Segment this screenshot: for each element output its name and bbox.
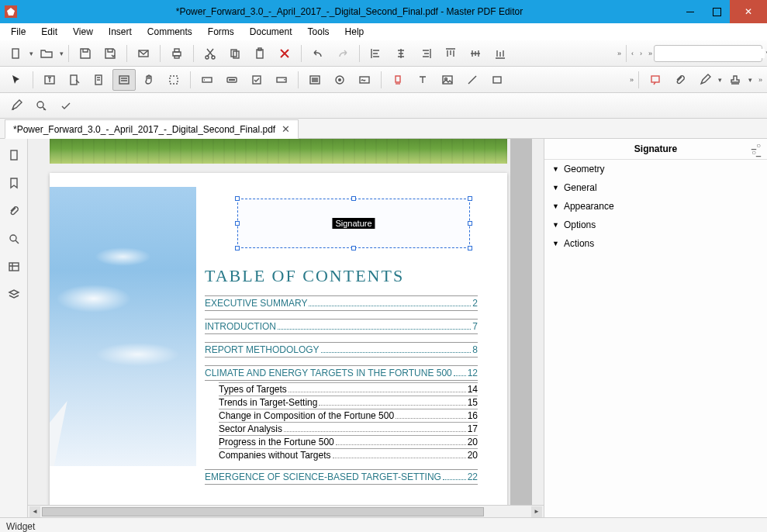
email-button[interactable]	[132, 43, 155, 64]
zoom-edit-button[interactable]	[29, 95, 53, 116]
pencil-button[interactable]	[693, 69, 717, 91]
radio-form-button[interactable]	[328, 69, 351, 91]
app-icon	[5, 5, 17, 18]
copy-button[interactable]	[223, 43, 247, 64]
resize-handle[interactable]	[468, 196, 472, 201]
attach-button[interactable]	[669, 69, 692, 91]
bookmarks-button[interactable]	[3, 171, 25, 195]
print-button[interactable]	[165, 43, 188, 64]
hand-tool[interactable]	[137, 69, 161, 91]
text-button[interactable]	[411, 69, 434, 91]
overflow-icon[interactable]: »	[758, 76, 762, 84]
close-button[interactable]	[730, 0, 767, 23]
select-tool[interactable]	[162, 69, 185, 91]
signature-field[interactable]: Signature	[237, 199, 470, 248]
minimize-button[interactable]	[677, 0, 703, 23]
edit-pencil-button[interactable]	[5, 95, 28, 116]
panel-section-options[interactable]: ▼Options	[544, 216, 767, 234]
side-toolbar	[0, 139, 28, 517]
panel-settings-icon[interactable]: ⎯○○⎯	[751, 142, 761, 156]
button-form-button[interactable]	[220, 69, 244, 91]
resize-handle[interactable]	[351, 246, 356, 250]
overflow-icon[interactable]: »	[617, 50, 621, 57]
resize-handle[interactable]	[235, 246, 240, 250]
next-icon[interactable]: ›	[640, 50, 642, 57]
edit-document-tool[interactable]	[63, 69, 86, 91]
save-button[interactable]	[74, 43, 97, 64]
align-middle-button[interactable]	[464, 43, 487, 64]
menu-tools[interactable]: Tools	[302, 25, 336, 39]
undo-button[interactable]	[306, 43, 330, 64]
document-tab[interactable]: *Power_Forward_3.0_-_April_2017_-_Digita…	[5, 119, 299, 139]
menu-comments[interactable]: Comments	[141, 25, 199, 39]
menu-edit[interactable]: Edit	[35, 25, 64, 39]
paste-button[interactable]	[248, 43, 271, 64]
dropdown-icon[interactable]: ▾	[718, 76, 722, 84]
fields-panel-button[interactable]	[3, 255, 25, 278]
checkbox-form-button[interactable]	[245, 69, 268, 91]
delete-button[interactable]	[273, 43, 296, 64]
attachments-button[interactable]	[3, 199, 25, 223]
scroll-left-icon[interactable]: ◄	[29, 506, 40, 517]
panel-section-general[interactable]: ▼General	[544, 178, 767, 197]
open-button[interactable]	[35, 43, 58, 64]
collapse-icon: ▼	[552, 165, 559, 173]
tab-close-icon[interactable]: ✕	[282, 123, 290, 135]
align-left-button[interactable]	[364, 43, 388, 64]
check-button[interactable]	[54, 95, 78, 116]
prev-icon[interactable]: ‹	[631, 50, 634, 57]
resize-handle[interactable]	[235, 221, 240, 226]
panel-section-appearance[interactable]: ▼Appearance	[544, 197, 767, 216]
dropdown-icon[interactable]: ▾	[748, 76, 752, 84]
menu-file[interactable]: File	[5, 25, 32, 39]
search-panel-button[interactable]	[3, 227, 25, 250]
overflow-icon[interactable]: »	[630, 76, 634, 84]
textfield-form-button[interactable]	[195, 69, 219, 91]
document-view[interactable]: Signature TABLE OF CONTENTS EXECUTIVE SU…	[28, 139, 544, 517]
window-title: *Power_Forward_3.0_-_April_2017_-_Digita…	[22, 6, 677, 17]
maximize-button[interactable]	[703, 0, 730, 23]
menu-help[interactable]: Help	[339, 25, 371, 39]
menubar: File Edit View Insert Comments Forms Doc…	[0, 23, 767, 40]
image-button[interactable]	[436, 69, 459, 91]
panel-section-actions[interactable]: ▼Actions	[544, 234, 767, 253]
line-button[interactable]	[461, 69, 484, 91]
combobox-form-button[interactable]	[270, 69, 293, 91]
menu-insert[interactable]: Insert	[102, 25, 138, 39]
signature-form-button[interactable]	[353, 69, 376, 91]
thumbnails-button[interactable]	[3, 143, 25, 167]
horizontal-scrollbar[interactable]: ◄ ►	[28, 505, 544, 517]
resize-handle[interactable]	[235, 196, 240, 201]
align-bottom-button[interactable]	[489, 43, 512, 64]
rect-button[interactable]	[485, 69, 509, 91]
edit-object-tool[interactable]	[88, 69, 111, 91]
layers-button[interactable]	[3, 283, 25, 306]
panel-section-geometry[interactable]: ▼Geometry	[544, 160, 767, 178]
dropdown-icon[interactable]: ▾	[29, 50, 33, 57]
save-as-button[interactable]	[98, 43, 122, 64]
stamp-button[interactable]	[724, 69, 747, 91]
overflow-icon[interactable]: »	[648, 50, 652, 57]
resize-handle[interactable]	[351, 196, 356, 201]
redo-button[interactable]	[331, 43, 354, 64]
edit-forms-tool[interactable]	[112, 69, 136, 91]
edit-text-tool[interactable]	[38, 69, 61, 91]
align-right-button[interactable]	[414, 43, 437, 64]
resize-handle[interactable]	[468, 246, 472, 250]
menu-document[interactable]: Document	[244, 25, 299, 39]
listbox-form-button[interactable]	[303, 69, 326, 91]
search-input[interactable]: ▼	[654, 45, 762, 62]
highlight-button[interactable]	[386, 69, 409, 91]
pointer-tool[interactable]	[5, 69, 28, 91]
note-button[interactable]	[644, 69, 667, 91]
dropdown-icon[interactable]: ▾	[60, 50, 64, 57]
scroll-right-icon[interactable]: ►	[531, 506, 542, 517]
resize-handle[interactable]	[468, 221, 472, 226]
align-top-button[interactable]	[439, 43, 462, 64]
menu-view[interactable]: View	[67, 25, 99, 39]
new-doc-button[interactable]	[5, 43, 28, 64]
menu-forms[interactable]: Forms	[202, 25, 240, 39]
cut-button[interactable]	[199, 43, 222, 64]
search-field[interactable]	[658, 49, 765, 58]
align-center-button[interactable]	[389, 43, 413, 64]
